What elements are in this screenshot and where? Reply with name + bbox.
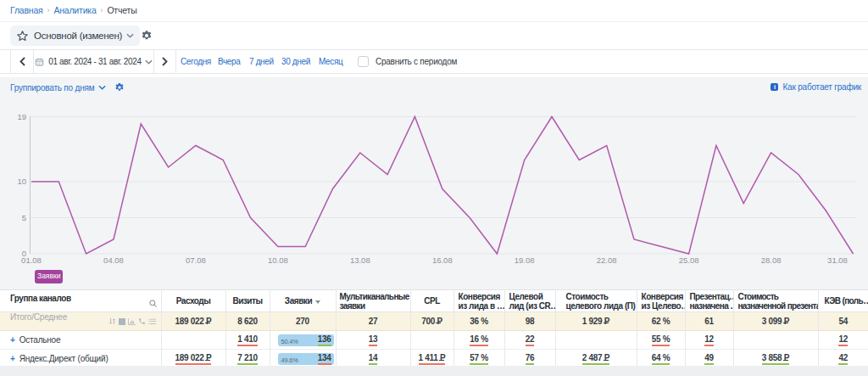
svg-text:5: 5 [22, 213, 26, 222]
svg-text:19.08: 19.08 [515, 255, 535, 265]
svg-text:25.08: 25.08 [679, 255, 699, 265]
svg-text:10.08: 10.08 [268, 255, 288, 265]
svg-text:10: 10 [17, 177, 26, 186]
svg-text:19: 19 [17, 112, 26, 121]
svg-text:13.08: 13.08 [350, 255, 370, 265]
svg-text:04.08: 04.08 [103, 255, 124, 265]
svg-text:07.08: 07.08 [186, 255, 206, 265]
svg-text:01.08: 01.08 [21, 255, 42, 265]
svg-text:28.08: 28.08 [761, 255, 782, 265]
svg-text:16.08: 16.08 [432, 255, 453, 265]
svg-text:31.08: 31.08 [827, 255, 848, 265]
svg-text:22.08: 22.08 [597, 255, 617, 265]
